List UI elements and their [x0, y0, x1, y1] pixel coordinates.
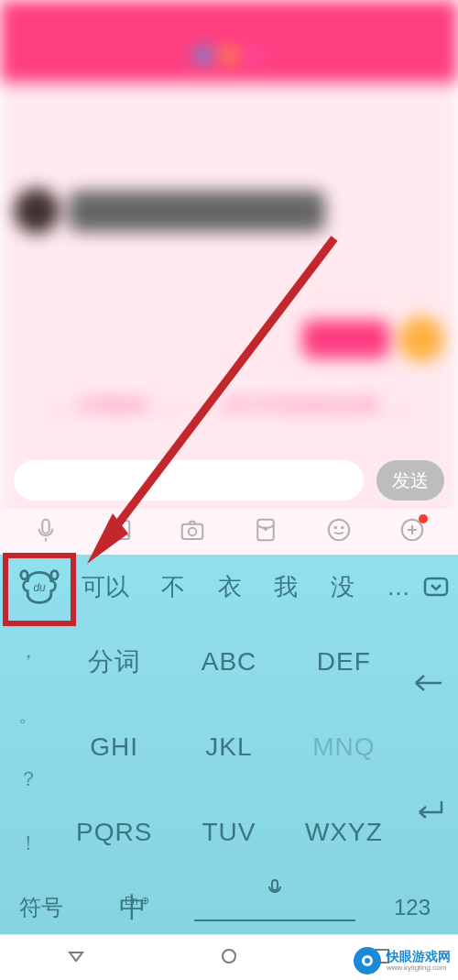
image-icon[interactable] — [105, 516, 133, 547]
redpacket-icon[interactable] — [252, 516, 279, 547]
emoji-icon[interactable] — [325, 516, 353, 547]
suggestion-more[interactable]: … — [387, 573, 410, 601]
numeric-key[interactable]: 123 — [366, 895, 458, 920]
language-toggle[interactable]: En ⊕ 中 — [82, 889, 183, 927]
camera-icon[interactable] — [179, 516, 206, 547]
suggestion-item[interactable]: 衣 — [218, 571, 242, 603]
space-key[interactable] — [194, 894, 355, 921]
suggestion-item[interactable]: 没 — [331, 571, 354, 603]
notification-dot — [419, 514, 428, 523]
key-pqrs[interactable]: PQRS — [57, 790, 171, 875]
attachment-toolbar — [0, 509, 458, 555]
watermark-title: 快眼游戏网 — [387, 950, 451, 963]
watermark-logo-icon — [354, 947, 381, 974]
key-wxyz[interactable]: WXYZ — [287, 790, 401, 875]
svg-rect-1 — [109, 521, 130, 539]
more-icon[interactable] — [398, 516, 426, 547]
title-bar — [0, 28, 458, 83]
message-input[interactable] — [14, 460, 364, 501]
key-mno[interactable]: MNQ — [287, 704, 401, 789]
svg-point-6 — [329, 520, 350, 541]
watermark: 快眼游戏网 www.kyligting.com — [354, 947, 451, 974]
svg-point-4 — [189, 528, 197, 536]
watermark-url: www.kyligting.com — [387, 963, 451, 972]
backspace-key[interactable] — [401, 619, 458, 747]
voice-icon[interactable] — [32, 516, 60, 547]
annotation-highlight-box — [3, 553, 76, 626]
system-message: ……文档收到…… ……去打开消息推送设置…… — [0, 394, 458, 416]
enter-key[interactable] — [401, 747, 458, 875]
key-tuv[interactable]: TUV — [171, 790, 286, 875]
punct-key[interactable]: ？ — [0, 747, 57, 811]
collapse-suggestions-button[interactable] — [414, 577, 458, 597]
incoming-message — [14, 188, 325, 234]
key-jkl[interactable]: JKL — [171, 704, 286, 789]
status-bar — [0, 0, 458, 28]
send-button[interactable]: 发送 — [376, 460, 444, 501]
svg-point-17 — [223, 950, 235, 963]
suggestion-item[interactable]: 可以 — [82, 571, 129, 603]
svg-rect-3 — [182, 524, 203, 539]
suggestion-item[interactable]: 我 — [274, 571, 298, 603]
key-def[interactable]: DEF — [287, 619, 401, 704]
suggestion-bar: 可以 不 衣 我 没 … — [78, 571, 414, 603]
svg-rect-15 — [425, 578, 447, 595]
svg-rect-0 — [42, 520, 49, 534]
svg-point-8 — [342, 527, 344, 529]
punct-key[interactable]: 。 — [0, 683, 57, 747]
nav-back-icon[interactable] — [66, 946, 86, 970]
key-fenci[interactable]: 分词 — [57, 619, 171, 704]
punct-key[interactable]: ， — [0, 619, 57, 683]
outgoing-message — [302, 316, 444, 362]
svg-point-7 — [335, 527, 337, 529]
nav-home-icon[interactable] — [219, 946, 239, 970]
key-grid: 分词 ABC DEF GHI JKL MNQ PQRS TUV WXYZ — [57, 619, 401, 875]
punctuation-column: ， 。 ？ ！ — [0, 619, 57, 875]
symbol-key[interactable]: 符号 — [0, 893, 82, 922]
key-abc[interactable]: ABC — [171, 619, 286, 704]
suggestion-item[interactable]: 不 — [161, 571, 185, 603]
key-ghi[interactable]: GHI — [57, 704, 171, 789]
punct-key[interactable]: ！ — [0, 811, 57, 875]
svg-rect-16 — [272, 880, 278, 890]
